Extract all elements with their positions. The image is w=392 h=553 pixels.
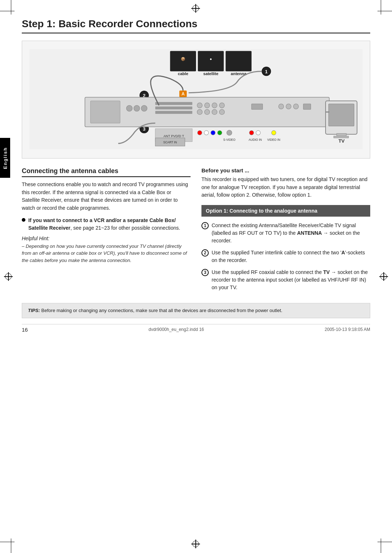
reg-mark-top [192,5,200,12]
page-title: Step 1: Basic Recorder Connections [22,18,370,33]
svg-point-31 [197,110,202,115]
reg-mark-right [380,273,387,280]
bullet-item-vcr: If you want to connect to a VCR and/or a… [22,217,191,232]
svg-point-33 [212,110,217,115]
svg-rect-56 [328,104,354,126]
reg-mark-left [5,273,12,280]
svg-point-23 [141,105,147,111]
svg-point-44 [211,131,215,135]
svg-text:📦: 📦 [181,57,185,61]
before-start-heading: Before you start ... [201,167,370,173]
connection-diagram: 📦 cable ● satellite antenna 1 2 3 [29,48,363,150]
svg-point-42 [197,131,202,135]
step-text-1: Connect the existing Antenna/Satellite R… [212,222,370,245]
svg-text:1: 1 [265,69,268,74]
intro-text: These connections enable you to watch an… [22,181,191,212]
svg-point-27 [197,103,202,108]
svg-rect-35 [252,104,263,109]
svg-text:S-VIDEO: S-VIDEO [223,138,236,142]
section-heading-left: Connecting the antenna cables [22,167,191,177]
step-text-3: Use the supplied RF coaxial cable to con… [212,269,370,291]
svg-text:satellite: satellite [203,71,219,76]
svg-text:TV: TV [338,138,344,144]
svg-point-53 [271,131,276,135]
svg-text:SCART IN: SCART IN [163,141,177,144]
page-number: 16 [22,327,28,333]
svg-rect-7 [226,51,252,71]
svg-text:VIDEO IN: VIDEO IN [267,138,280,142]
tips-text: Before making or changing any connection… [41,308,282,313]
svg-rect-25 [155,106,192,109]
svg-point-29 [212,103,217,108]
left-column: Connecting the antenna cables These conn… [22,167,191,296]
svg-text:AUDIO IN: AUDIO IN [249,138,262,142]
hint-text: – Depending on how you have currently co… [22,243,191,264]
page-footer: 16 dvdr9000h_eu_eng2.indd 16 2005-10-13 … [22,324,370,333]
svg-point-43 [204,131,208,135]
bullet-text-vcr: If you want to connect to a VCR and/or a… [28,217,191,232]
svg-rect-24 [155,102,192,105]
svg-point-46 [227,130,232,135]
svg-text:A: A [181,91,185,97]
svg-rect-20 [90,101,120,123]
svg-point-38 [293,104,298,109]
diagram-inner: 📦 cable ● satellite antenna 1 2 3 [29,48,363,151]
svg-point-36 [278,104,283,109]
step-text-2: Use the supplied Tuner interlink cable t… [212,249,370,264]
svg-point-51 [256,131,260,135]
svg-point-37 [286,104,291,109]
step-2: 2 Use the supplied Tuner interlink cable… [201,249,370,264]
step-3: 3 Use the supplied RF coaxial cable to c… [201,269,370,291]
svg-rect-4 [198,51,224,71]
tips-label: TIPS: [28,308,40,313]
svg-point-34 [219,110,224,115]
bullet-suffix: , see page 21~23 for other possible conn… [70,225,180,231]
svg-point-21 [126,105,132,111]
bullet-dot [22,218,25,222]
tips-box: TIPS: Before making or changing any conn… [22,303,370,318]
step-num-2: 2 [201,249,209,257]
svg-point-32 [204,110,209,115]
page-content: Step 1: Basic Recorder Connections 📦 cab… [22,18,370,333]
language-tab: English [0,138,10,178]
svg-rect-59 [334,136,348,138]
before-start-text: This recorder is equipped with two tuner… [201,176,370,199]
svg-text:●: ● [210,57,212,61]
step-num-1: 1 [201,222,209,229]
diagram-area: 📦 cable ● satellite antenna 1 2 3 [22,41,370,159]
hint-title: Helpful Hint: [22,235,191,241]
two-column-section: Connecting the antenna cables These conn… [22,167,370,296]
reg-mark-bottom [192,541,200,548]
footer-left: dvdr9000h_eu_eng2.indd 16 [148,327,204,332]
option-box: Option 1: Connecting to the analogue ant… [201,205,370,217]
numbered-steps: 1 Connect the existing Antenna/Satellite… [201,222,370,291]
svg-rect-39 [303,104,311,109]
svg-text:cable: cable [178,71,188,76]
svg-point-50 [249,131,254,135]
svg-point-45 [217,131,222,135]
helpful-hint: Helpful Hint: – Depending on how you hav… [22,235,191,264]
svg-point-28 [204,103,209,108]
svg-rect-26 [155,111,192,114]
step-num-3: 3 [201,269,209,276]
svg-point-22 [134,105,140,111]
step-1: 1 Connect the existing Antenna/Satellite… [201,222,370,245]
language-label: English [3,147,8,169]
svg-rect-1 [170,51,196,71]
svg-point-30 [219,103,224,108]
svg-text:ANT PVD/D T: ANT PVD/D T [163,134,184,138]
right-column: Before you start ... This recorder is eq… [201,167,370,296]
footer-right: 2005-10-13 9:18:05 AM [325,327,370,332]
